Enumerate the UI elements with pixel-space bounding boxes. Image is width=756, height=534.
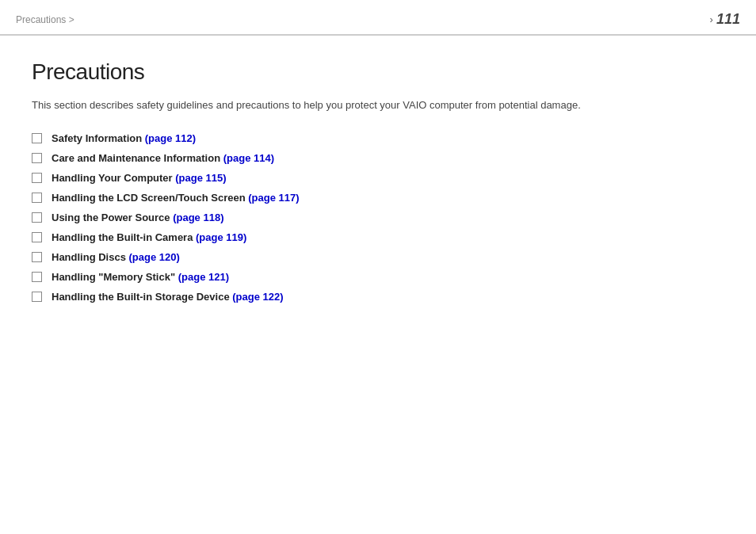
list-item: Care and Maintenance Information (page 1…	[32, 152, 724, 164]
list-item: Handling Discs (page 120)	[32, 251, 724, 263]
toc-item-label: Care and Maintenance Information	[52, 152, 223, 164]
page-number: 111	[716, 11, 740, 28]
toc-item-link[interactable]: (page 112)	[145, 132, 196, 144]
list-item: Handling the LCD Screen/Touch Screen (pa…	[32, 192, 724, 204]
toc-item-label: Using the Power Source	[52, 212, 173, 223]
page-number-arrow-icon: ›	[710, 13, 713, 25]
checkbox-icon	[32, 252, 42, 262]
checkbox-icon	[32, 212, 42, 223]
list-item: Handling the Built-in Storage Device (pa…	[32, 291, 724, 303]
intro-paragraph: This section describes safety guidelines…	[32, 97, 724, 113]
checkbox-icon	[32, 133, 42, 143]
toc-item-label: Handling the Built-in Storage Device	[52, 291, 232, 303]
toc-item-content: Handling Your Computer (page 115)	[52, 172, 227, 184]
toc-item-content: Handling the Built-in Camera (page 119)	[52, 231, 246, 243]
toc-item-link[interactable]: (page 120)	[129, 251, 180, 263]
toc-item-label: Handling Discs	[52, 251, 129, 263]
toc-item-link[interactable]: (page 115)	[175, 172, 226, 184]
header-bar: Precautions > › 111	[0, 0, 756, 35]
toc-item-content: Care and Maintenance Information (page 1…	[52, 152, 274, 164]
page-number-area: › 111	[710, 11, 740, 28]
list-item: Handling Your Computer (page 115)	[32, 172, 724, 184]
checkbox-icon	[32, 292, 42, 302]
list-item: Handling the Built-in Camera (page 119)	[32, 231, 724, 243]
toc-item-link[interactable]: (page 114)	[223, 152, 274, 164]
toc-item-link[interactable]: (page 122)	[232, 291, 283, 303]
toc-item-label: Handling Your Computer	[52, 172, 175, 184]
toc-list: Safety Information (page 112) Care and M…	[32, 132, 724, 303]
list-item: Using the Power Source (page 118)	[32, 212, 724, 223]
toc-item-label: Handling the LCD Screen/Touch Screen	[52, 192, 248, 204]
toc-item-link[interactable]: (page 119)	[196, 231, 246, 243]
checkbox-icon	[32, 272, 42, 282]
toc-item-content: Safety Information (page 112)	[52, 132, 196, 144]
toc-item-content: Handling "Memory Stick" (page 121)	[52, 271, 229, 283]
checkbox-icon	[32, 232, 42, 242]
toc-item-label: Handling "Memory Stick"	[52, 271, 178, 283]
toc-item-content: Handling Discs (page 120)	[52, 251, 180, 263]
list-item: Safety Information (page 112)	[32, 132, 724, 144]
toc-item-link[interactable]: (page 117)	[248, 192, 299, 204]
content-area: Precautions This section describes safet…	[0, 36, 756, 334]
checkbox-icon	[32, 173, 42, 183]
toc-item-link[interactable]: (page 121)	[178, 271, 229, 283]
checkbox-icon	[32, 153, 42, 163]
toc-item-content: Handling the Built-in Storage Device (pa…	[52, 291, 284, 303]
toc-item-label: Safety Information	[52, 132, 145, 144]
toc-item-label: Handling the Built-in Camera	[52, 231, 196, 243]
toc-item-content: Handling the LCD Screen/Touch Screen (pa…	[52, 192, 300, 204]
toc-item-link[interactable]: (page 118)	[173, 212, 223, 223]
toc-item-content: Using the Power Source (page 118)	[52, 212, 223, 223]
breadcrumb: Precautions >	[16, 14, 74, 25]
page-title: Precautions	[32, 59, 724, 85]
list-item: Handling "Memory Stick" (page 121)	[32, 271, 724, 283]
checkbox-icon	[32, 193, 42, 203]
